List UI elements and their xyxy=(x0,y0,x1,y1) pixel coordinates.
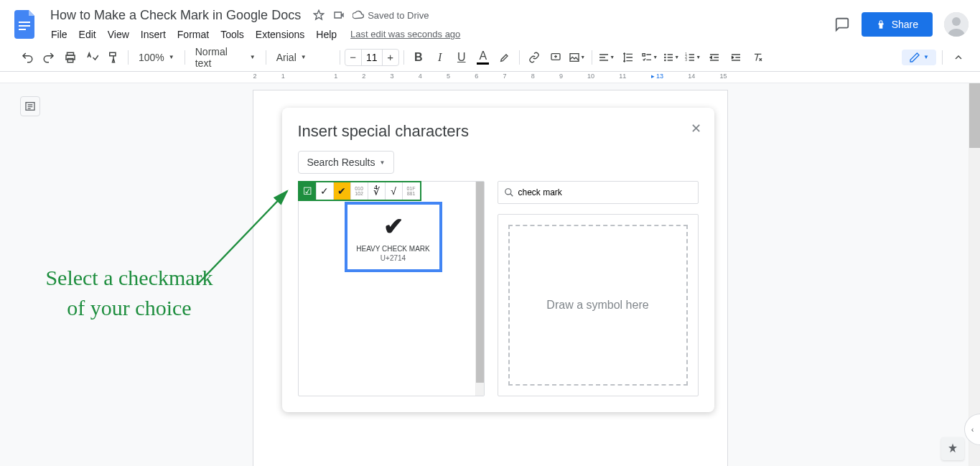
italic-icon[interactable]: I xyxy=(430,47,450,67)
char-result[interactable]: 010102 xyxy=(351,182,368,200)
svg-rect-10 xyxy=(643,53,645,55)
menu-insert[interactable]: Insert xyxy=(136,26,171,43)
collapse-icon[interactable] xyxy=(948,47,969,67)
svg-point-4 xyxy=(952,17,961,26)
dialog-close-icon[interactable]: ✕ xyxy=(691,121,701,136)
user-avatar[interactable] xyxy=(944,12,969,37)
link-icon[interactable] xyxy=(524,47,544,67)
underline-icon[interactable]: U xyxy=(452,47,472,67)
svg-text:3: 3 xyxy=(686,58,688,62)
character-grid: ☑ ✓ ✔ 010102 ∜ √ 01F881 ✔ HEAVY CHECK MA… xyxy=(298,181,485,396)
special-chars-dialog: Insert special characters ✕ Search Resul… xyxy=(282,108,714,412)
zoom-select[interactable]: 100%▼ xyxy=(133,47,180,67)
char-result[interactable]: ✓ xyxy=(317,182,334,200)
indent-decrease-icon[interactable] xyxy=(704,47,724,67)
dialog-title: Insert special characters xyxy=(298,122,699,141)
char-search-box[interactable] xyxy=(498,181,699,204)
line-spacing-icon[interactable] xyxy=(618,47,638,67)
char-grid-scrollbar[interactable] xyxy=(475,182,484,396)
highlight-icon[interactable] xyxy=(495,47,515,67)
text-color-icon[interactable]: A xyxy=(473,47,493,67)
style-select[interactable]: Normal text▼ xyxy=(190,47,261,67)
svg-point-13 xyxy=(665,60,666,60)
bold-icon[interactable]: B xyxy=(409,47,429,67)
annotation-text: Select a checkmark of your choice xyxy=(36,263,223,323)
char-result[interactable]: ∜ xyxy=(368,182,386,200)
undo-icon[interactable] xyxy=(17,47,37,67)
menu-format[interactable]: Format xyxy=(172,26,214,43)
menu-extensions[interactable]: Extensions xyxy=(251,26,309,43)
char-result[interactable]: √ xyxy=(386,182,403,200)
draw-symbol-box[interactable]: Draw a symbol here xyxy=(498,214,699,396)
svg-point-11 xyxy=(665,54,666,55)
char-result[interactable]: ☑ xyxy=(299,182,317,200)
font-size-minus[interactable]: − xyxy=(345,51,361,63)
image-icon[interactable]: ▼ xyxy=(567,47,587,67)
svg-rect-2 xyxy=(19,29,26,30)
share-button[interactable]: Share xyxy=(862,12,933,37)
font-select[interactable]: Arial▼ xyxy=(271,47,335,67)
page-scrollbar[interactable] xyxy=(969,83,980,466)
menu-edit[interactable]: Edit xyxy=(74,26,101,43)
indent-increase-icon[interactable] xyxy=(726,47,746,67)
font-size-value[interactable]: 11 xyxy=(361,50,383,65)
char-result[interactable]: ✔ xyxy=(334,182,351,200)
char-tooltip: ✔ HEAVY CHECK MARK U+2714 xyxy=(345,202,442,272)
svg-point-12 xyxy=(665,57,666,57)
explore-button[interactable] xyxy=(941,437,964,460)
clear-format-icon[interactable] xyxy=(747,47,767,67)
search-icon xyxy=(504,187,514,197)
svg-rect-1 xyxy=(19,25,30,27)
char-result[interactable]: 01F881 xyxy=(403,182,420,200)
svg-point-18 xyxy=(505,189,510,195)
checklist-icon[interactable]: ▼ xyxy=(640,47,660,67)
outline-toggle-icon[interactable] xyxy=(20,96,40,116)
category-dropdown[interactable]: Search Results▼ xyxy=(298,151,395,174)
comment-icon[interactable] xyxy=(546,47,566,67)
docs-logo[interactable] xyxy=(11,10,40,39)
save-status: Saved to Drive xyxy=(353,9,429,21)
paint-format-icon[interactable] xyxy=(103,47,123,67)
align-icon[interactable]: ▼ xyxy=(597,47,617,67)
svg-rect-0 xyxy=(19,22,30,23)
menu-help[interactable]: Help xyxy=(311,26,342,43)
print-icon[interactable] xyxy=(60,47,80,67)
comments-icon[interactable] xyxy=(834,17,850,32)
redo-icon[interactable] xyxy=(39,47,59,67)
font-size-plus[interactable]: + xyxy=(383,51,398,63)
number-list-icon[interactable]: 123▼ xyxy=(683,47,703,67)
bullet-list-icon[interactable]: ▼ xyxy=(661,47,681,67)
spellcheck-icon[interactable] xyxy=(82,47,102,67)
menu-tools[interactable]: Tools xyxy=(215,26,249,43)
star-icon[interactable] xyxy=(312,9,325,22)
last-edit-link[interactable]: Last edit was seconds ago xyxy=(350,29,460,39)
move-icon[interactable] xyxy=(332,9,345,22)
menu-view[interactable]: View xyxy=(103,26,134,43)
menu-file[interactable]: File xyxy=(46,26,73,43)
ruler[interactable]: 211234567891011▸ 131415 xyxy=(0,72,980,83)
doc-title[interactable]: How to Make a Check Mark in Google Docs xyxy=(46,6,305,24)
side-panel-toggle[interactable]: ‹ xyxy=(964,414,980,445)
editing-mode-button[interactable]: ▼ xyxy=(902,50,936,65)
char-search-input[interactable] xyxy=(518,187,692,197)
